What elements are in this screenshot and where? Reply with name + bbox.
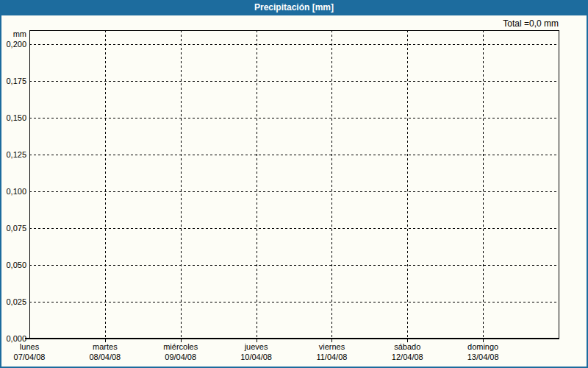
- x-tick-day-label: martes: [65, 342, 146, 352]
- x-tick-date-label: 10/04/08: [216, 352, 297, 362]
- x-tick-date-label: 12/04/08: [367, 352, 448, 362]
- x-tick-date-label: 08/04/08: [65, 352, 146, 362]
- x-tick-date-label: 13/04/08: [442, 352, 523, 362]
- x-tick-label: miércoles09/04/08: [140, 342, 221, 362]
- x-tick-label: domingo13/04/08: [442, 342, 523, 362]
- x-tick-day-label: domingo: [442, 342, 523, 352]
- y-tick-label: 0,075: [0, 223, 26, 233]
- x-tick-label: lunes07/04/08: [0, 342, 70, 362]
- x-tick-day-label: jueves: [216, 342, 297, 352]
- x-tick-day-label: miércoles: [140, 342, 221, 352]
- x-tick-label: sábado12/04/08: [367, 342, 448, 362]
- x-tick-date-label: 11/04/08: [291, 352, 372, 362]
- x-tick-day-label: sábado: [367, 342, 448, 352]
- x-tick-day-label: lunes: [0, 342, 70, 352]
- y-tick-label: 0,200: [0, 39, 26, 49]
- y-tick-label: 0,150: [0, 113, 26, 123]
- y-tick-label: 0,125: [0, 149, 26, 160]
- precipitation-chart-panel: Precipitación [mm] Total =0,0 mm mm 0,00…: [0, 0, 588, 368]
- y-tick-label: 0,100: [0, 186, 26, 197]
- y-tick-label: 0,025: [0, 297, 26, 307]
- x-tick-label: martes08/04/08: [65, 342, 146, 362]
- x-tick-date-label: 09/04/08: [140, 352, 221, 362]
- y-tick-label: 0,050: [0, 260, 26, 270]
- x-tick-day-label: viernes: [291, 342, 372, 352]
- plot-area: [0, 0, 588, 368]
- y-tick-label: 0,175: [0, 76, 26, 86]
- x-tick-label: viernes11/04/08: [291, 342, 372, 362]
- x-tick-label: jueves10/04/08: [216, 342, 297, 362]
- x-tick-date-label: 07/04/08: [0, 352, 70, 362]
